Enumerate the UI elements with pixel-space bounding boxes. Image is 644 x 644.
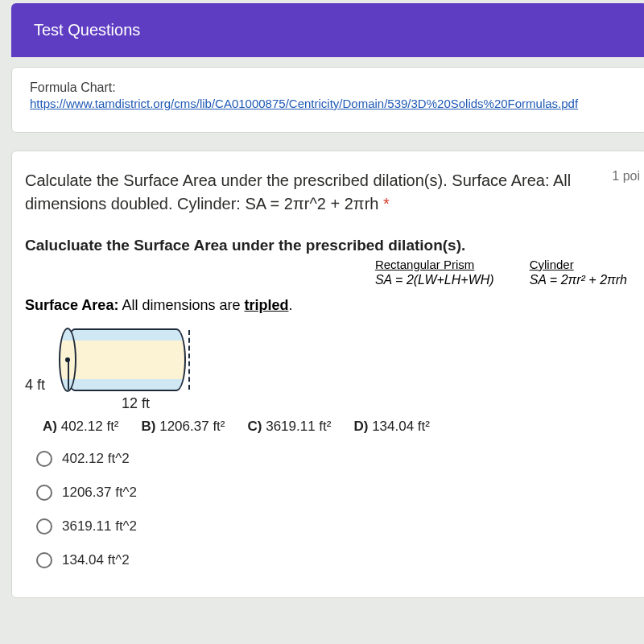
cylinder-right-dash [188, 330, 190, 390]
formula-cyl-name: Cylinder [530, 258, 627, 271]
sa-prefix: Surface Area: [25, 297, 118, 313]
choice-c-label: C) [247, 419, 262, 434]
radio-option-2-label: 3619.11 ft^2 [62, 518, 137, 535]
choice-c-value: 3619.11 ft² [266, 419, 331, 434]
choice-a-label: A) [43, 419, 57, 434]
radio-option-3-label: 134.04 ft^2 [62, 552, 130, 568]
choice-b-label: B) [142, 419, 156, 434]
cylinder-center-dot [65, 357, 70, 362]
question-title-row: Calculate the Surface Area under the pre… [25, 169, 640, 216]
choice-b-value: 1206.37 ft² [159, 419, 225, 434]
choice-d-label: D) [353, 419, 368, 434]
radio-circle-icon [36, 552, 52, 568]
radio-option-1[interactable]: 1206.37 ft^2 [36, 485, 640, 501]
sa-period: . [288, 297, 292, 313]
formula-chart-label: Formula Chart: [30, 80, 629, 95]
page-header: Test Questions [11, 3, 644, 57]
required-asterisk: * [383, 195, 390, 213]
choice-a: A) 402.12 ft² [43, 419, 119, 435]
radio-circle-icon [36, 518, 52, 535]
formula-rect-prism: Rectangular Prism SA = 2(LW+LH+WH) [375, 258, 494, 287]
radio-option-0-label: 402.12 ft^2 [62, 451, 130, 467]
header-title: Test Questions [34, 21, 140, 39]
choice-c: C) 3619.11 ft² [247, 419, 331, 435]
sa-text: All dimensions are [118, 297, 244, 313]
cylinder-diagram [54, 328, 199, 394]
formula-row: Rectangular Prism SA = 2(LW+LH+WH) Cylin… [25, 258, 627, 287]
question-text: Calculate the Surface Area under the pre… [25, 171, 571, 213]
radio-circle-icon [36, 485, 52, 501]
question-card: Calculate the Surface Area under the pre… [11, 151, 644, 598]
radio-circle-icon [36, 451, 52, 467]
formula-rect-name: Rectangular Prism [375, 258, 494, 271]
radio-option-1-label: 1206.37 ft^2 [62, 485, 137, 501]
cylinder-radius-line [68, 359, 69, 390]
cylinder-body [65, 328, 186, 391]
radio-option-list: 402.12 ft^2 1206.37 ft^2 3619.11 ft^2 13… [36, 451, 640, 568]
radio-option-3[interactable]: 134.04 ft^2 [36, 552, 640, 568]
surface-area-label: Surface Area: All dimensions are tripled… [25, 297, 640, 314]
formula-cylinder: Cylinder SA = 2πr² + 2πrh [530, 258, 627, 287]
inline-choices: A) 402.12 ft² B) 1206.37 ft² C) 3619.11 … [43, 419, 640, 435]
question-title: Calculate the Surface Area under the pre… [25, 169, 588, 216]
dimension-length: 12 ft [122, 395, 640, 412]
points-label: 1 poi [612, 169, 640, 184]
sub-question-heading: Calucluate the Surface Area under the pr… [25, 237, 640, 254]
formula-chart-card: Formula Chart: https://www.tamdistrict.o… [11, 67, 644, 133]
formula-cyl-eq: SA = 2πr² + 2πrh [530, 273, 627, 287]
choice-a-value: 402.12 ft² [61, 419, 119, 434]
radio-option-2[interactable]: 3619.11 ft^2 [36, 518, 640, 535]
radio-option-0[interactable]: 402.12 ft^2 [36, 451, 640, 467]
choice-b: B) 1206.37 ft² [142, 419, 225, 435]
choice-d-value: 134.04 ft² [372, 419, 430, 434]
formula-chart-link[interactable]: https://www.tamdistrict.org/cms/lib/CA01… [30, 97, 578, 110]
formula-rect-eq: SA = 2(LW+LH+WH) [375, 273, 494, 287]
choice-d: D) 134.04 ft² [353, 419, 430, 435]
sa-tripled: tripled [244, 297, 288, 313]
